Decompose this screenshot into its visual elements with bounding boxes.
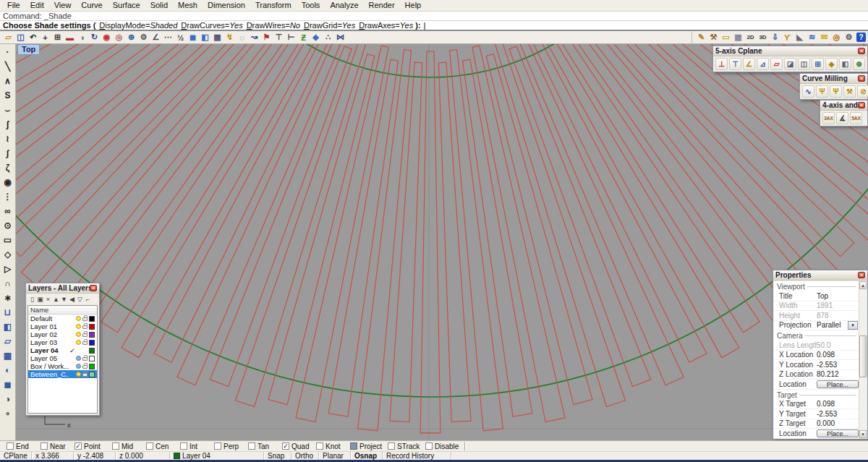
mesh-icon[interactable]: ▦ [1,348,14,363]
undo-icon[interactable]: ↶ [27,32,39,43]
surface-icon[interactable]: ◧ [1,320,14,334]
layer-row[interactable]: Layer 02 [28,330,97,338]
osnap-item-end[interactable]: End [7,442,41,450]
osnap-item-near[interactable]: Near [41,442,75,450]
layer-row[interactable]: Layer 01 [28,322,97,330]
menu-item-surface[interactable]: Surface [108,0,145,11]
place-button[interactable]: Place... [817,429,859,437]
osnap-item-int[interactable]: Int [180,442,214,450]
properties-scrollbar[interactable]: ▲ ▼ [859,281,867,438]
swarf-tool-icon[interactable]: ⚒ [843,85,856,98]
layer-row[interactable]: Layer 05 [28,354,97,362]
menu-item-edit[interactable]: Edit [25,0,49,11]
close-icon[interactable]: × [858,75,865,82]
boolean-icon[interactable]: ◑ [1,392,14,406]
star-icon[interactable]: ∗ [1,291,14,305]
viewport-top[interactable]: x Top 5-axis Cplane × ⊥⊤∠⊿▱◪◫⊞◈◧⊕ Curve … [16,44,868,440]
layer-row[interactable]: Layer 04✓ [28,346,97,354]
select-brush-icon[interactable]: ▦ [211,32,224,43]
layer-visibility-bulb-icon[interactable] [76,364,81,369]
curve-milling-titlebar[interactable]: Curve Milling × [800,74,867,84]
prompt-option-displaymode[interactable]: DisplayMode=Shaded [99,21,177,30]
status-x-3-366[interactable]: x 3.366 [32,452,74,460]
osnap-item-project[interactable]: Project [350,442,388,450]
status-snap[interactable]: Snap [264,452,292,460]
osnap-item-cen[interactable]: Cen [146,442,180,450]
machining-2d-icon[interactable]: 2D [744,32,757,43]
line-icon[interactable]: ╲ [1,59,14,74]
close-icon[interactable]: × [858,48,865,54]
simulate-icon[interactable]: ≋ [806,32,818,43]
osnap-item-quad[interactable]: ✓Quad [282,442,316,450]
place-button[interactable]: Place... [817,380,859,388]
align-left-icon[interactable]: ⊢ [285,32,297,43]
prompt-option-drawaxes[interactable]: DrawAxes=Yes [359,21,413,30]
dropdown-arrow-icon[interactable]: ▼ [848,321,858,330]
osnap-item-knot[interactable]: Knot [316,442,350,450]
globe-icon[interactable]: ⊕ [125,32,137,43]
menu-item-file[interactable]: File [2,0,25,11]
layer-color-swatch[interactable] [89,316,95,322]
property-value[interactable]: Place... [817,429,859,437]
layer-row[interactable]: Default [28,315,97,322]
cplane-tri-icon[interactable]: ⊿ [757,58,769,70]
machining-3d-icon[interactable]: 3D [757,32,769,43]
prompt-option-drawcurves[interactable]: DrawCurves=Yes [181,21,242,30]
ellipsis-icon[interactable]: ⋯ [162,32,174,43]
polyline-icon[interactable]: ∧ [1,74,14,88]
three-axis-icon[interactable]: 3AX [822,112,835,124]
color-wheel-icon[interactable]: ◎ [113,32,125,43]
layer-visibility-bulb-icon[interactable] [76,356,81,361]
cplane-para-icon[interactable]: ▱ [770,58,783,70]
named-view-icon[interactable]: ▬ [64,32,76,43]
triangle-icon[interactable]: ▷ [1,262,14,276]
layer-lock-icon[interactable] [82,317,88,321]
layer-lock-icon[interactable] [82,365,88,369]
osnap-item-perp[interactable]: Perp [214,442,248,450]
layer-visibility-bulb-icon[interactable] [76,316,81,321]
layer-row[interactable]: Layer 03 [28,338,97,346]
ellipse-icon[interactable]: ∞ [1,204,14,218]
rhino-logo-icon[interactable]: ◉ [101,32,113,43]
menu-item-solid[interactable]: Solid [145,0,173,11]
box-icon[interactable]: ◼ [1,377,14,392]
engrave-tool-icon[interactable]: Ψ [816,85,828,98]
viewport-layout-icon[interactable]: ⊞ [51,32,64,43]
align-top-icon[interactable]: ⊤ [273,32,285,43]
cplane-shade-icon[interactable]: ◧ [839,58,851,70]
post-icon[interactable]: ⇩ [769,32,781,43]
curve-icon[interactable]: S [1,88,14,103]
layer-color-swatch[interactable] [89,356,95,362]
polygon-icon[interactable]: ◇ [1,247,14,262]
cplane-gem-icon[interactable]: ◈ [825,58,838,70]
v-carve-tool-icon[interactable]: Ψ [830,85,842,98]
layer-color-swatch[interactable] [89,324,95,330]
command-prompt[interactable]: Choose Shade settings (DisplayMode=Shade… [0,21,868,31]
status-z-0-000[interactable]: z 0.000 [116,452,170,460]
interp-curve-icon[interactable]: ∫ [1,146,14,161]
saw-icon[interactable]: ◣ [793,32,806,43]
nodes-icon[interactable]: ∴ [322,32,334,43]
menu-item-dimension[interactable]: Dimension [203,0,250,11]
cplane-angle-icon[interactable]: ∠ [743,58,755,70]
stock-box-icon[interactable]: ▭ [720,32,732,43]
layer-row[interactable]: Box / Work... [28,362,97,370]
save-icon[interactable]: ◫ [14,32,27,43]
pan-icon[interactable]: + [39,32,51,43]
envelope-icon[interactable]: ✉ [818,32,830,43]
arc-icon[interactable]: ⌣ [1,103,14,117]
pipe-icon[interactable]: ⊔ [1,305,14,320]
tool-fork-icon[interactable]: ϒ [781,32,793,43]
osnap-item-strack[interactable]: STrack [388,442,425,450]
layer-color-swatch[interactable] [89,332,95,338]
rectangle-icon[interactable]: ▭ [1,233,14,247]
measure-icon[interactable]: ½ [174,32,187,43]
scroll-up-icon[interactable]: ▲ [859,281,867,289]
scroll-thumb[interactable] [859,335,867,377]
osnap-item-tan[interactable]: Tan [248,442,282,450]
property-value[interactable]: Parallel▼ [817,321,859,330]
diamond-icon[interactable]: ◆ [310,32,322,43]
copy-layer-icon[interactable]: ▣ [36,296,44,303]
cplane-half-icon[interactable]: ◪ [784,58,796,70]
osnap-item-mid[interactable]: Mid [112,442,146,450]
